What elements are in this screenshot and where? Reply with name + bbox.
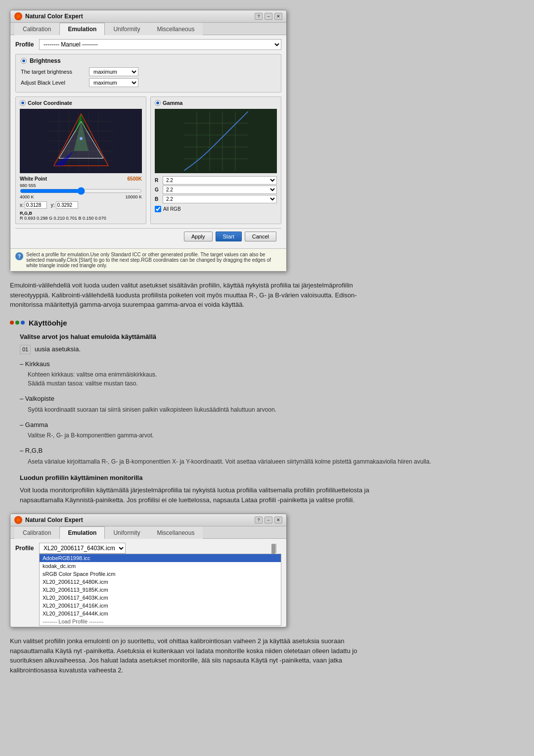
tab-emulation-1[interactable]: Emulation [59, 23, 105, 35]
coord-y-field: y: [51, 201, 78, 209]
dropdown-item-0[interactable]: AdobeRGB1998.icc [40, 554, 281, 562]
profile-label-2: Profile [15, 545, 35, 552]
tab-emulation-2[interactable]: Emulation [59, 526, 105, 539]
dropdown-item-4[interactable]: XL20_2006113_9185K.icm [40, 586, 281, 594]
tab-uniformity-1[interactable]: Uniformity [105, 23, 148, 35]
target-brightness-label: The target brightness [21, 69, 85, 75]
black-level-label: Adjust Black Level [21, 80, 85, 86]
tab-miscellaneous-1[interactable]: Miscellaneous [148, 23, 203, 35]
help-text: Select a profile for emulation.Use only … [26, 252, 281, 268]
gamma-r-row: R 2.2 [155, 176, 277, 185]
brightness-section: Brightness The target brightness maximum… [15, 54, 281, 93]
slider-container [20, 189, 142, 193]
description-block: Emulointi-välilehdellä voit luoda uuden … [10, 281, 386, 310]
window-title-1: Natural Color Expert [25, 13, 83, 20]
gamma-panel: Gamma [150, 96, 281, 224]
app-window-2: Natural Color Expert ? – ✕ Calibration E… [10, 514, 287, 627]
svg-point-17 [80, 137, 83, 140]
dropdown-scrollbar[interactable] [271, 544, 276, 553]
app-icon [14, 12, 22, 20]
minimize-btn-2[interactable]: – [265, 517, 272, 523]
gamma-title-instr: – Gamma [20, 420, 524, 430]
gamma-r-label: R [155, 178, 161, 183]
title-bar-controls: ? – ✕ [255, 13, 282, 20]
apply-button[interactable]: Apply [184, 232, 213, 241]
help-bar-1: ? Select a profile for emulation.Use onl… [10, 248, 286, 271]
gamma-grid-area [155, 109, 277, 173]
tabs-row-1: Calibration Emulation Uniformity Miscell… [10, 23, 286, 35]
help-icon[interactable]: ? [15, 252, 23, 260]
all-rgb-checkbox[interactable] [155, 206, 161, 212]
gamma-rgb-row: R 2.2 G 2.2 B 2.2 [155, 176, 277, 212]
profile-select-wrapper: XL20_2006117_6403K.icm AdobeRGB1998.icc … [39, 543, 281, 554]
dropdown-item-5[interactable]: XL20_2006117_6403K.icm [40, 594, 281, 602]
step-text: uusia asetuksia. [35, 345, 81, 353]
target-brightness-row: The target brightness maximum [21, 67, 276, 76]
tab-calibration-1[interactable]: Calibration [14, 23, 59, 35]
kirkkaus-body-2: Säädä mustan tasoa: valitse mustan taso. [20, 379, 524, 388]
rgb-label: R,G,B [20, 211, 142, 216]
instruction-block: Valitse arvot jos haluat emuloida käyttä… [20, 332, 524, 505]
gamma-radio[interactable] [155, 100, 161, 106]
dropdown-scroll-thumb [271, 544, 275, 554]
rgb-values: R 0.693 0.298 G 0.210 0.701 B 0.150 0.07… [20, 216, 142, 221]
gamma-b-select[interactable]: 2.2 [163, 195, 277, 203]
profile-select-2[interactable]: XL20_2006117_6403K.icm [39, 543, 126, 554]
tabs-row-2: Calibration Emulation Uniformity Miscell… [10, 526, 286, 539]
step-number: 01 [20, 345, 31, 354]
luodun-heading: Luodun profiilin käyttäminen monitorilla [20, 473, 524, 483]
dropdown-item-3[interactable]: XL20_2006112_6480K.icm [40, 578, 281, 586]
luodun-text: Voit luoda monitoriprofiiliin käyttämäll… [20, 485, 396, 505]
tab-uniformity-2[interactable]: Uniformity [105, 526, 148, 539]
brightness-header: Brightness [21, 57, 276, 64]
section-title-block: Käyttöohje [10, 319, 524, 327]
color-coordinate-panel: Color Coordinate [15, 96, 146, 224]
window-content-2: Profile XL20_2006117_6403K.icm AdobeRGB1… [10, 539, 286, 627]
tab-calibration-2[interactable]: Calibration [14, 526, 59, 539]
dot-blue [21, 321, 25, 325]
white-point-row: White Point 6500K [20, 176, 142, 182]
gamma-g-row: G 2.2 [155, 186, 277, 194]
white-point-temp: 6500K [128, 176, 142, 182]
tab-miscellaneous-2[interactable]: Miscellaneous [148, 526, 203, 539]
minimize-btn[interactable]: – [265, 13, 272, 20]
cancel-button[interactable]: Cancel [245, 232, 276, 241]
dropdown-item-2[interactable]: sRGB Color Space Profile.icm [40, 570, 281, 578]
coord-y-input[interactable] [56, 201, 78, 209]
profile-label-1: Profile [15, 41, 35, 48]
rgb-body: Aseta värialue kirjoittamalla R-, G- ja … [20, 457, 524, 466]
coord-x-label: x: [20, 202, 24, 208]
coord-x-input[interactable] [25, 201, 47, 209]
title-bar-1: Natural Color Expert ? – ✕ [10, 10, 286, 23]
black-level-select[interactable]: maximum [89, 78, 138, 87]
close-btn[interactable]: ✕ [274, 13, 282, 20]
start-button[interactable]: Start [216, 232, 242, 241]
window-title-2: Natural Color Expert [25, 517, 83, 523]
color-coordinate-title: Color Coordinate [20, 100, 142, 106]
profile-dropdown[interactable]: AdobeRGB1998.icc kodak_dc.icm sRGB Color… [39, 554, 281, 626]
close-btn-2[interactable]: ✕ [274, 517, 282, 523]
target-brightness-select[interactable]: maximum [89, 67, 138, 76]
description-paragraph: Emulointi-välilehdellä voit luoda uuden … [10, 281, 386, 310]
gamma-b-row: B 2.2 [155, 195, 277, 203]
title-bar-left: Natural Color Expert [14, 12, 83, 20]
dropdown-item-1[interactable]: kodak_dc.icm [40, 562, 281, 570]
help-btn-2[interactable]: ? [255, 517, 263, 523]
dropdown-item-8[interactable]: -------- Load Profile -------- [40, 617, 281, 625]
instruction-item-gamma: – Gamma Valitse R-, G- ja B-komponenttie… [20, 420, 524, 440]
profile-select-1[interactable]: -------- Manuel -------- [39, 39, 281, 50]
gamma-body: Valitse R-, G- ja B-komponenttien gamma-… [20, 431, 524, 440]
color-coordinate-label: Color Coordinate [28, 100, 72, 106]
app-icon-2 [14, 516, 22, 524]
section-title-text: Käyttöohje [29, 319, 67, 327]
dropdown-item-7[interactable]: XL20_2006117_6444K.icm [40, 610, 281, 617]
gamma-g-select[interactable]: 2.2 [163, 186, 277, 194]
all-rgb-label: All RGB [163, 206, 181, 212]
brightness-radio[interactable] [21, 58, 27, 64]
colored-dots [10, 321, 25, 325]
help-btn[interactable]: ? [255, 13, 263, 20]
color-coord-radio[interactable] [20, 100, 26, 106]
dropdown-item-6[interactable]: XL20_2006117_6416K.icm [40, 602, 281, 610]
white-point-slider[interactable] [20, 189, 142, 193]
gamma-r-select[interactable]: 2.2 [163, 176, 277, 185]
